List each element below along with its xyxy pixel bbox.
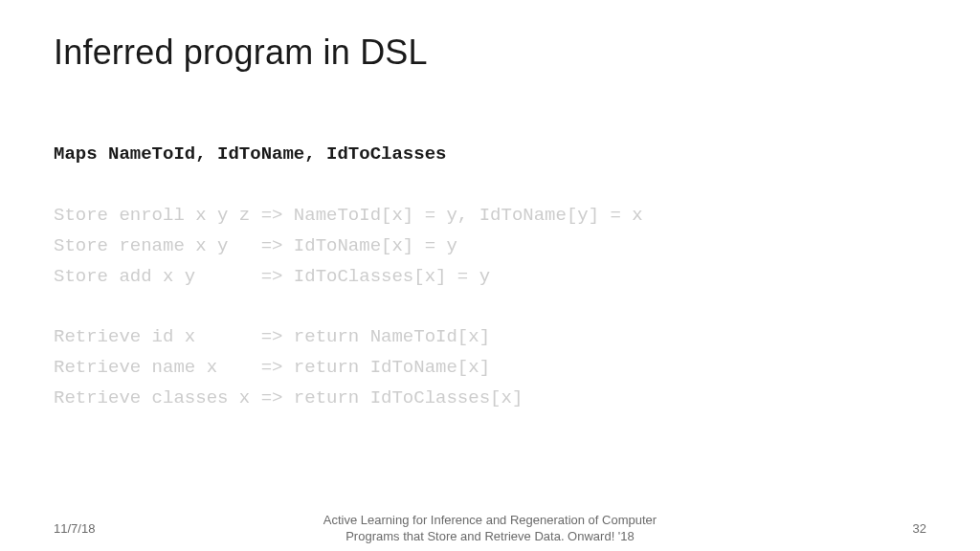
footer-venue: Active Learning for Inference and Regene… xyxy=(0,513,980,544)
slide-footer: 11/7/18 Active Learning for Inference an… xyxy=(0,521,980,536)
code-store-enroll: Store enroll x y z => NameToId[x] = y, I… xyxy=(54,205,643,226)
code-block: Maps NameToId, IdToName, IdToClasses Sto… xyxy=(54,109,926,445)
code-store-rename: Store rename x y => IdToName[x] = y xyxy=(54,235,457,256)
slide-title: Inferred program in DSL xyxy=(54,33,926,73)
footer-date: 11/7/18 xyxy=(54,521,95,536)
footer-venue-line2: Programs that Store and Retrieve Data. O… xyxy=(345,529,635,543)
code-retrieve-id: Retrieve id x => return NameToId[x] xyxy=(54,326,490,347)
code-retrieve-name: Retrieve name x => return IdToName[x] xyxy=(54,357,490,378)
footer-venue-line1: Active Learning for Inference and Regene… xyxy=(323,513,657,527)
footer-page-number: 32 xyxy=(913,521,926,536)
code-store-add: Store add x y => IdToClasses[x] = y xyxy=(54,266,490,287)
code-maps-line: Maps NameToId, IdToName, IdToClasses xyxy=(54,143,446,165)
code-retrieve-classes: Retrieve classes x => return IdToClasses… xyxy=(54,387,523,408)
slide: Inferred program in DSL Maps NameToId, I… xyxy=(0,0,980,551)
